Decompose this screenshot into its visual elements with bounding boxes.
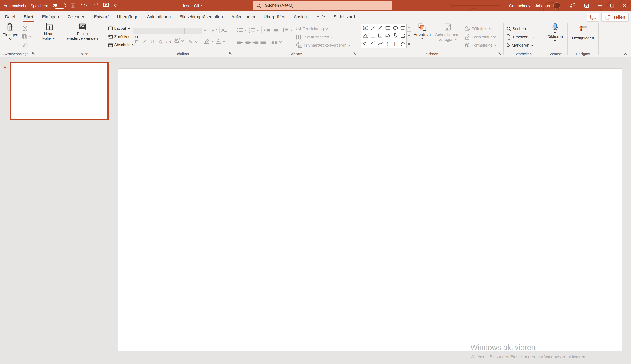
select-button[interactable]: Markieren: [506, 42, 534, 48]
document-title[interactable]: Insert-Gif: [172, 0, 215, 11]
shape-outline-button[interactable]: Formkontur: [464, 34, 496, 40]
replace-button[interactable]: Ersetzen: [506, 34, 535, 40]
dictate-button[interactable]: Diktieren: [546, 23, 564, 42]
tab-ueberpruefen[interactable]: Überprüfen: [259, 11, 290, 22]
font-color-button[interactable]: [216, 38, 226, 44]
bullets-button[interactable]: [237, 27, 247, 33]
customize-quick-access-toolbar-button[interactable]: [113, 4, 118, 7]
shape-curve[interactable]: [376, 40, 384, 48]
tab-aufzeichnen[interactable]: Aufzeichnen: [227, 11, 259, 22]
gallery-scroll-down-button[interactable]: [406, 31, 411, 39]
cut-button[interactable]: [23, 25, 27, 32]
gallery-more-button[interactable]: [406, 39, 411, 47]
align-left-button[interactable]: [237, 39, 243, 45]
minimize-button[interactable]: [598, 4, 602, 8]
share-button[interactable]: Teilen: [601, 12, 629, 22]
shape-arc[interactable]: [369, 40, 376, 48]
shape-effects-button[interactable]: Formeffekte: [464, 42, 497, 48]
shape-arrow[interactable]: [376, 24, 384, 32]
feedback-button[interactable]: [569, 3, 575, 8]
convert-to-smartart-button[interactable]: In SmartArt konvertieren: [296, 42, 351, 48]
justify-button[interactable]: [260, 39, 266, 45]
strikethrough-button[interactable]: ab: [166, 39, 171, 45]
paste-button[interactable]: Einfügen: [3, 23, 18, 40]
new-slide-button[interactable]: Neue Folie: [40, 23, 58, 41]
clear-formatting-button[interactable]: [221, 27, 228, 33]
clipboard-dialog-launcher[interactable]: [32, 52, 36, 56]
change-case-button[interactable]: Aa: [188, 39, 198, 45]
shape-text-box[interactable]: [361, 24, 369, 32]
shape-right-arrow[interactable]: [384, 32, 391, 40]
tab-start[interactable]: Start: [19, 11, 38, 22]
drawing-dialog-launcher[interactable]: [498, 52, 501, 56]
tab-zeichnen[interactable]: Zeichnen: [63, 11, 90, 22]
shape-fill-button[interactable]: Fülleffekt: [464, 26, 492, 32]
bold-button[interactable]: F: [135, 39, 138, 45]
shape-triangle[interactable]: [361, 32, 369, 40]
search-box[interactable]: [253, 1, 392, 10]
save-button[interactable]: [70, 3, 75, 8]
line-spacing-button[interactable]: [283, 27, 293, 33]
design-ideas-button[interactable]: Designideen: [570, 23, 595, 40]
slide-canvas[interactable]: [118, 68, 622, 351]
shape-rectangle[interactable]: [384, 24, 391, 32]
redo-button[interactable]: [93, 3, 98, 8]
align-center-button[interactable]: [245, 39, 251, 45]
columns-button[interactable]: [271, 39, 282, 45]
slide-thumbnail-panel[interactable]: 1: [0, 57, 114, 364]
shape-freeform[interactable]: [399, 32, 406, 40]
shape-elbow-connector[interactable]: [369, 32, 376, 40]
layout-button[interactable]: Layout: [108, 25, 130, 32]
align-text-button[interactable]: Text ausrichten: [296, 34, 333, 40]
avatar[interactable]: GJ: [554, 2, 560, 8]
tab-animationen[interactable]: Animationen: [143, 11, 175, 22]
font-dialog-launcher[interactable]: [229, 52, 233, 56]
align-right-button[interactable]: [252, 39, 259, 45]
shape-scribble[interactable]: [361, 40, 369, 48]
copy-button[interactable]: [22, 33, 31, 40]
numbering-button[interactable]: [249, 27, 259, 33]
arrange-button[interactable]: Anordnen: [412, 23, 432, 39]
close-button[interactable]: [623, 4, 627, 8]
shape-rounded-rectangle[interactable]: [399, 24, 406, 32]
autosave-toggle[interactable]: [53, 2, 66, 8]
text-shadow-button[interactable]: S: [159, 39, 162, 45]
tab-einfuegen[interactable]: Einfügen: [38, 11, 63, 22]
paragraph-dialog-launcher[interactable]: [353, 52, 356, 56]
shape-elbow-arrow-connector[interactable]: [376, 32, 384, 40]
shape-down-arrow[interactable]: [391, 32, 399, 40]
tab-ansicht[interactable]: Ansicht: [290, 11, 312, 22]
shape-right-brace[interactable]: [391, 40, 399, 48]
tab-hilfe[interactable]: Hilfe: [312, 11, 329, 22]
shape-oval[interactable]: [391, 24, 399, 32]
shape-line[interactable]: [369, 24, 376, 32]
underline-button[interactable]: U: [151, 39, 154, 45]
tab-bildschirmpraesentation[interactable]: Bildschirmpräsentation: [175, 11, 227, 22]
tab-slidelizard[interactable]: SlideLizard: [329, 11, 359, 22]
tab-entwurf[interactable]: Entwurf: [90, 11, 113, 22]
start-presentation-button[interactable]: [103, 3, 109, 8]
font-name-combo[interactable]: [133, 28, 185, 34]
ribbon-display-options-button[interactable]: [584, 4, 589, 8]
decrease-font-size-button[interactable]: [211, 27, 217, 34]
search-input[interactable]: [264, 3, 389, 8]
decrease-indent-button[interactable]: [264, 27, 270, 33]
italic-button[interactable]: K: [143, 39, 146, 45]
font-size-combo[interactable]: [184, 28, 202, 34]
gallery-scroll-up-button[interactable]: [406, 24, 411, 32]
collapse-ribbon-button[interactable]: [624, 53, 627, 55]
shape-star[interactable]: [399, 40, 406, 48]
tab-datei[interactable]: Datei: [1, 11, 19, 22]
shape-left-brace[interactable]: [384, 40, 391, 48]
comments-button[interactable]: [586, 12, 599, 22]
maximize-button[interactable]: [610, 4, 614, 8]
increase-font-size-button[interactable]: [203, 27, 210, 34]
undo-button[interactable]: [80, 3, 89, 8]
quick-styles-button[interactable]: Schnellformat- vorlagen: [433, 23, 463, 42]
find-button[interactable]: Suchen: [506, 26, 526, 32]
text-highlight-button[interactable]: [204, 38, 214, 44]
format-painter-button[interactable]: [23, 42, 28, 48]
character-spacing-button[interactable]: AV: [174, 38, 184, 44]
reuse-slides-button[interactable]: Folien wiederverwenden: [59, 23, 106, 41]
increase-indent-button[interactable]: [272, 27, 278, 33]
